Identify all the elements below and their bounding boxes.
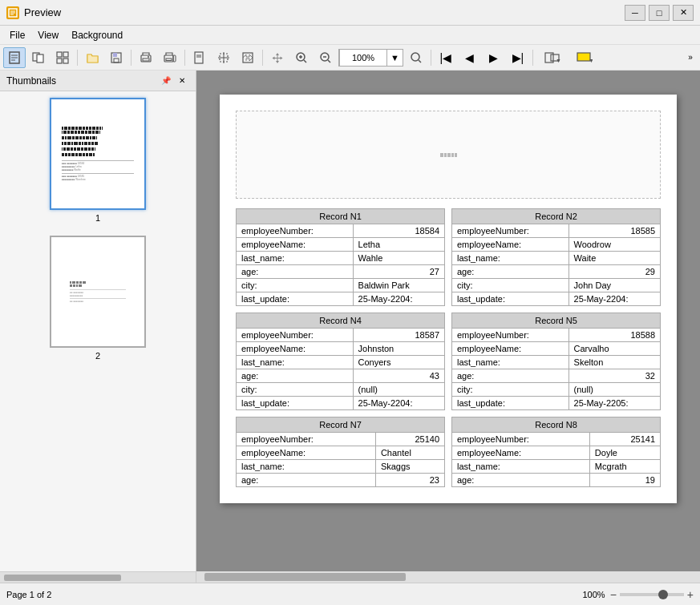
zoom-plus-button[interactable]: + bbox=[687, 588, 694, 601]
thumb-frame-2: ■■ ■■■■■■■ ■■■■■■■■■ ■■ ■■■■■■■ bbox=[50, 236, 146, 348]
scale-button[interactable] bbox=[237, 47, 259, 68]
svg-rect-13 bbox=[63, 58, 68, 63]
status-bar: Page 1 of 2 100% − + bbox=[0, 583, 700, 605]
zoom-slider-thumb[interactable] bbox=[658, 590, 668, 599]
open-button[interactable] bbox=[81, 47, 103, 68]
doc-wrapper: Record N1 employeeNumber:18584 employeeN… bbox=[196, 71, 700, 583]
record-n2: Record N2 employeeNumber:18585 employeeN… bbox=[451, 208, 661, 306]
svg-rect-9 bbox=[37, 54, 43, 63]
svg-rect-23 bbox=[195, 52, 203, 63]
maximize-button[interactable]: □ bbox=[649, 5, 670, 21]
background-color-button[interactable]: ▼ bbox=[570, 47, 599, 68]
doc-hscroll[interactable] bbox=[196, 571, 700, 583]
zoom-input[interactable] bbox=[339, 49, 387, 67]
record-n4: Record N4 employeeNumber:18587 employeeN… bbox=[236, 313, 445, 410]
menu-view[interactable]: View bbox=[31, 28, 65, 42]
page-info: Page 1 of 2 bbox=[6, 590, 51, 599]
sidebar-hscroll[interactable] bbox=[0, 571, 196, 583]
zoom-percent-label: 100% bbox=[582, 590, 605, 599]
svg-rect-29 bbox=[243, 53, 253, 63]
record-n8-title: Record N8 bbox=[452, 417, 661, 433]
thumb-label-2: 2 bbox=[95, 351, 100, 361]
window-controls: ─ □ ✕ bbox=[625, 5, 694, 21]
zoom-slider[interactable] bbox=[620, 593, 684, 596]
svg-rect-21 bbox=[166, 58, 172, 61]
menu-bar: File View Background bbox=[0, 26, 700, 45]
first-page-button[interactable]: |◀ bbox=[435, 47, 457, 68]
document-page: Record N1 employeeNumber:18584 employeeN… bbox=[220, 95, 677, 503]
records-grid: Record N1 employeeNumber:18584 employeeN… bbox=[236, 208, 661, 487]
crop-button[interactable] bbox=[212, 47, 235, 68]
pan-button[interactable] bbox=[266, 47, 289, 68]
sidebar-title: Thumbnails bbox=[6, 75, 56, 87]
record-n2-title: Record N2 bbox=[452, 209, 661, 224]
record-n1-title: Record N1 bbox=[237, 209, 445, 224]
page-setup-button[interactable] bbox=[188, 47, 211, 68]
save-button[interactable] bbox=[105, 47, 127, 68]
record-n7-title: Record N7 bbox=[237, 417, 445, 433]
sidebar-close-button[interactable]: ✕ bbox=[175, 74, 189, 88]
svg-rect-10 bbox=[57, 52, 62, 57]
thumb-frame-1: ■■■ ■■■■■■■ 18584 ■■■■■■■■■ Letha ■■■■■■… bbox=[50, 98, 146, 210]
svg-rect-18 bbox=[143, 58, 149, 61]
thumbnail-page-2[interactable]: ■■ ■■■■■■■ ■■■■■■■■■ ■■ ■■■■■■■ 2 bbox=[50, 236, 146, 361]
svg-rect-12 bbox=[57, 58, 62, 63]
thumbnail-button[interactable] bbox=[51, 47, 74, 68]
sidebar-header: Thumbnails 📌 ✕ bbox=[0, 71, 196, 91]
zoom-slider-container: − + bbox=[610, 588, 694, 601]
menu-file[interactable]: File bbox=[3, 28, 31, 42]
record-n7: Record N7 employeeNumber:25140 employeeN… bbox=[236, 417, 445, 487]
svg-rect-16 bbox=[114, 58, 119, 63]
title-bar: Preview ─ □ ✕ bbox=[0, 0, 700, 26]
svg-line-33 bbox=[304, 60, 306, 63]
thumbnail-page-1[interactable]: ■■■ ■■■■■■■ 18584 ■■■■■■■■■ Letha ■■■■■■… bbox=[50, 98, 146, 223]
zoom-fit-button[interactable] bbox=[405, 47, 427, 68]
thumb-label-1: 1 bbox=[95, 213, 100, 223]
zoom-in-button[interactable] bbox=[290, 47, 313, 68]
page-top-area bbox=[236, 111, 661, 199]
multipage-button[interactable] bbox=[27, 47, 50, 68]
view-options-button[interactable]: ▼ bbox=[536, 47, 568, 68]
svg-rect-15 bbox=[113, 53, 117, 57]
menu-background[interactable]: Background bbox=[65, 28, 129, 42]
record-n1: Record N1 employeeNumber:18584 employeeN… bbox=[236, 208, 445, 306]
window-title: Preview bbox=[24, 6, 61, 18]
single-page-button[interactable] bbox=[3, 47, 26, 68]
svg-line-36 bbox=[328, 60, 330, 63]
toolbar: ▼ |◀ ◀ ▶ ▶| ▼ ▼ » bbox=[0, 45, 700, 71]
svg-point-37 bbox=[411, 53, 419, 61]
next-page-button[interactable]: ▶ bbox=[483, 47, 505, 68]
zoom-dropdown-arrow[interactable]: ▼ bbox=[387, 53, 403, 63]
record-n5-title: Record N5 bbox=[452, 313, 661, 329]
toolbar-collapse-arrow[interactable]: » bbox=[684, 47, 697, 68]
last-page-button[interactable]: ▶| bbox=[507, 47, 529, 68]
page-info-text: Page 1 of 2 bbox=[6, 590, 51, 599]
record-n4-title: Record N4 bbox=[237, 313, 445, 329]
zoom-minus-button[interactable]: − bbox=[610, 588, 617, 601]
app-icon bbox=[6, 6, 19, 19]
sidebar-scroll[interactable]: ■■■ ■■■■■■■ 18584 ■■■■■■■■■ Letha ■■■■■■… bbox=[0, 91, 196, 571]
svg-text:▼: ▼ bbox=[589, 58, 593, 63]
print2-button[interactable] bbox=[159, 47, 181, 68]
svg-line-38 bbox=[419, 60, 421, 63]
sidebar-header-buttons: 📌 ✕ bbox=[159, 74, 189, 88]
prev-page-button[interactable]: ◀ bbox=[459, 47, 481, 68]
zoom-out-button[interactable] bbox=[314, 47, 337, 68]
record-n5: Record N5 employeeNumber:18588 employeeN… bbox=[451, 313, 661, 410]
close-button[interactable]: ✕ bbox=[673, 5, 694, 21]
main-area: Thumbnails 📌 ✕ bbox=[0, 71, 700, 583]
zoom-dropdown[interactable]: ▼ bbox=[338, 49, 403, 67]
document-area[interactable]: Record N1 employeeNumber:18584 employeeN… bbox=[196, 71, 700, 571]
svg-rect-11 bbox=[63, 52, 68, 57]
doc-hscroll-thumb[interactable] bbox=[204, 573, 406, 581]
sidebar: Thumbnails 📌 ✕ bbox=[0, 71, 196, 583]
status-right: 100% − + bbox=[582, 588, 694, 601]
record-n8: Record N8 employeeNumber:25141 employeeN… bbox=[451, 417, 661, 487]
minimize-button[interactable]: ─ bbox=[625, 5, 645, 21]
svg-text:▼: ▼ bbox=[556, 58, 560, 63]
svg-point-19 bbox=[148, 56, 149, 58]
svg-rect-22 bbox=[173, 55, 176, 62]
print-button[interactable] bbox=[135, 47, 157, 68]
sidebar-pin-button[interactable]: 📌 bbox=[159, 74, 173, 88]
